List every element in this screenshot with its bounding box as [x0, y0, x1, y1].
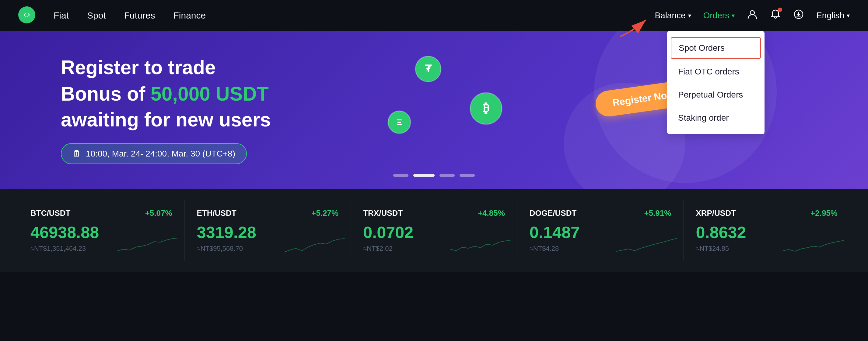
- account-icon[interactable]: [747, 9, 758, 22]
- orders-button[interactable]: Orders ▾: [703, 11, 735, 20]
- hero-title-line1: Register to trade: [61, 56, 271, 79]
- ticker-eth-sparkline: [284, 236, 344, 254]
- hero-coin-3: Ξ: [387, 110, 411, 136]
- ticker-doge[interactable]: DOGE/USDT +5.91% 0.1487 ≈NT$4.28: [517, 200, 684, 261]
- hero-dots: [393, 174, 475, 177]
- balance-chevron-icon: ▾: [688, 12, 691, 19]
- orders-dropdown: Spot Orders Fiat OTC orders Perpetual Or…: [667, 31, 765, 134]
- language-chevron-icon: ▾: [847, 12, 850, 19]
- ticker-eth-pair: ETH/USDT: [197, 208, 237, 218]
- hero-dot-2[interactable]: [413, 174, 435, 177]
- nav-spot[interactable]: Spot: [87, 10, 106, 21]
- hero-dot-3[interactable]: [439, 174, 455, 177]
- ticker-trx[interactable]: TRX/USDT +4.85% 0.0702 ≈NT$2.02: [351, 200, 517, 261]
- svg-text:₮: ₮: [425, 63, 432, 74]
- ticker-doge-sparkline: [616, 236, 677, 254]
- calendar-icon: 🗓: [72, 148, 81, 159]
- nav-fiat[interactable]: Fiat: [54, 10, 69, 21]
- nav-right: Balance ▾ Orders ▾: [655, 9, 850, 22]
- hero-content: Register to trade Bonus of 50,000 USDT a…: [61, 56, 271, 164]
- ticker-xrp-change: +2.95%: [810, 208, 838, 218]
- hero-coin-2: ₿: [469, 92, 503, 127]
- svg-point-1: [25, 13, 29, 17]
- hero-badge-text: 10:00, Mar. 24- 24:00, Mar. 30 (UTC+8): [86, 149, 235, 159]
- orders-chevron-icon: ▾: [732, 12, 735, 19]
- ticker-xrp[interactable]: XRP/USDT +2.95% 0.8632 ≈NT$24.85: [684, 200, 850, 261]
- dropdown-staking-order[interactable]: Staking order: [667, 106, 765, 130]
- ticker-trx-pair: TRX/USDT: [363, 208, 403, 218]
- language-selector[interactable]: English ▾: [816, 11, 850, 20]
- ticker-eth[interactable]: ETH/USDT +5.27% 3319.28 ≈NT$95,568.70: [185, 200, 351, 261]
- nav-futures[interactable]: Futures: [124, 10, 155, 21]
- navbar: Fiat Spot Futures Finance Balance ▾ Orde…: [0, 0, 868, 31]
- logo[interactable]: [18, 6, 54, 25]
- balance-button[interactable]: Balance ▾: [655, 11, 691, 20]
- hero-coin-1: ₮: [414, 55, 442, 84]
- notification-icon[interactable]: [770, 9, 781, 22]
- ticker-xrp-sparkline: [783, 236, 844, 254]
- notification-dot: [778, 8, 782, 12]
- ticker-xrp-pair: XRP/USDT: [696, 208, 736, 218]
- hero-title-line3: awaiting for new users: [61, 108, 271, 131]
- ticker-doge-change: +5.91%: [644, 208, 671, 218]
- ticker-doge-pair: DOGE/USDT: [530, 208, 577, 218]
- svg-text:₿: ₿: [483, 101, 489, 114]
- ticker-btc-pair: BTC/USDT: [30, 208, 70, 218]
- ticker-btc-sparkline: [118, 236, 178, 254]
- ticker-eth-change: +5.27%: [311, 208, 338, 218]
- nav-links: Fiat Spot Futures Finance: [54, 10, 206, 21]
- ticker-trx-change: +4.85%: [478, 208, 505, 218]
- svg-text:Ξ: Ξ: [397, 117, 402, 127]
- nav-finance[interactable]: Finance: [173, 10, 206, 21]
- dropdown-fiat-otc-orders[interactable]: Fiat OTC orders: [667, 60, 765, 83]
- arrow-indicator: [618, 15, 655, 41]
- dropdown-spot-orders[interactable]: Spot Orders: [671, 37, 761, 59]
- download-icon[interactable]: [793, 9, 804, 22]
- hero-dot-1[interactable]: [393, 174, 408, 177]
- hero-dot-4[interactable]: [460, 174, 475, 177]
- ticker-bar: BTC/USDT +5.07% 46938.88 ≈NT$1,351,464.2…: [0, 189, 868, 272]
- ticker-btc-change: +5.07%: [145, 208, 172, 218]
- ticker-btc[interactable]: BTC/USDT +5.07% 46938.88 ≈NT$1,351,464.2…: [18, 200, 185, 261]
- hero-title-line2: Bonus of 50,000 USDT: [61, 82, 271, 106]
- ticker-trx-sparkline: [450, 236, 511, 254]
- hero-badge: 🗓 10:00, Mar. 24- 24:00, Mar. 30 (UTC+8): [61, 143, 247, 164]
- dropdown-perpetual-orders[interactable]: Perpetual Orders: [667, 83, 765, 106]
